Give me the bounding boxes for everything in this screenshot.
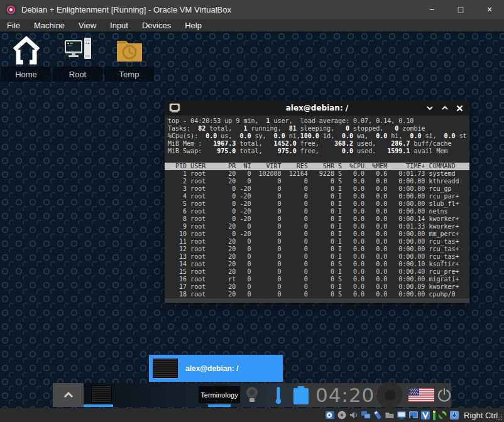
taskbar-item-terminal[interactable] xyxy=(91,386,112,403)
desktop-icon-label: Temp xyxy=(104,67,154,82)
menubar: File Machine View Input Devices Help xyxy=(0,19,504,31)
terminal-app-icon xyxy=(169,103,180,113)
window-titlebar: Debian + Enlightenment [Running] - Oracl… xyxy=(0,0,504,19)
thermometer-gadget[interactable] xyxy=(275,386,282,404)
virtualbox-logo-icon xyxy=(6,4,16,15)
menu-devices[interactable]: Devices xyxy=(135,19,178,31)
window-title: Debian + Enlightenment [Running] - Oracl… xyxy=(21,5,231,14)
taskbar-preview-popup: alex@debian: / xyxy=(149,355,283,382)
terminal-titlebar[interactable]: alex@debian: / xyxy=(165,100,469,116)
taskbar-area xyxy=(84,383,298,407)
vm-display: Home Root xyxy=(0,31,504,408)
shared-folders-icon[interactable] xyxy=(385,410,395,420)
pager-gadget[interactable] xyxy=(376,382,403,408)
terminology-tooltip: Terminology xyxy=(199,386,240,403)
terminal-title: alex@debian: / xyxy=(165,104,469,112)
menu-file[interactable]: File xyxy=(0,19,27,31)
network-icon[interactable] xyxy=(361,410,371,420)
ibar-running-indicator xyxy=(208,404,231,407)
close-terminal-icon[interactable] xyxy=(456,105,463,112)
keyboard-capture-icon[interactable] xyxy=(449,410,459,420)
terminal-content[interactable]: top - 04:20:53 up 9 min, 1 user, load av… xyxy=(165,116,469,298)
minimize-button[interactable]: − xyxy=(417,0,446,19)
pager-center xyxy=(385,390,395,401)
activity-indicator xyxy=(433,411,436,420)
power-button[interactable] xyxy=(437,387,452,403)
maximize-button[interactable]: □ xyxy=(446,0,475,19)
top-summary: top - 04:20:53 up 9 min, 1 user, load av… xyxy=(168,117,469,155)
collapse-icon[interactable] xyxy=(426,106,434,111)
menu-machine[interactable]: Machine xyxy=(27,19,72,31)
shade-icon[interactable] xyxy=(441,106,449,111)
usb-icon[interactable] xyxy=(373,410,383,420)
terminal-window: alex@debian: / top - 04:20:53 up 9 min, … xyxy=(165,100,469,303)
menu-input[interactable]: Input xyxy=(103,19,135,31)
taskbar-active-indicator xyxy=(84,404,113,407)
computer-icon xyxy=(63,36,92,64)
statusbar: Right Ctrl xyxy=(0,408,504,422)
display-icon[interactable] xyxy=(397,410,407,420)
desktop-icon-label: Home xyxy=(1,67,51,82)
desktop-icons: Home Root xyxy=(1,35,154,82)
terminal-bottom-border xyxy=(165,298,469,303)
popup-label: alex@debian: / xyxy=(185,364,238,373)
folder-clock-icon xyxy=(114,36,145,64)
host-key-label: Right Ctrl xyxy=(464,411,498,420)
desktop-icon-root[interactable]: Root xyxy=(53,35,102,82)
chevron-up-icon xyxy=(63,392,74,398)
clock-time: 04:20 xyxy=(315,383,375,407)
shelf: Terminology 04:20 AM xyxy=(53,383,451,407)
menu-help[interactable]: Help xyxy=(178,19,209,31)
lightbulb-icon[interactable] xyxy=(244,386,260,404)
top-table-header: PID USER PR NI VIRT RES SHR S %CPU %MEM … xyxy=(165,163,469,170)
desktop-icon-label: Root xyxy=(53,67,102,82)
shelf-autohide-button[interactable] xyxy=(53,383,84,407)
mouse-integration-icon[interactable] xyxy=(437,410,447,420)
clock-gadget[interactable]: 04:20 AM xyxy=(315,383,385,407)
menu-view[interactable]: View xyxy=(72,19,103,31)
terminal-thumbnail xyxy=(153,359,178,378)
desktop-icon-temp[interactable]: Temp xyxy=(104,35,154,82)
close-button[interactable]: × xyxy=(475,0,504,19)
keyboard-layout-us-flag-icon[interactable] xyxy=(408,388,434,402)
recording-icon[interactable] xyxy=(408,410,419,420)
virtualbox-window: Debian + Enlightenment [Running] - Oracl… xyxy=(0,0,504,422)
hard-disk-icon[interactable] xyxy=(325,410,335,420)
battery-gadget[interactable] xyxy=(292,386,310,405)
top-blank-line xyxy=(168,155,469,163)
audio-icon[interactable] xyxy=(349,410,359,420)
optical-disk-icon[interactable] xyxy=(337,410,347,420)
desktop-icon-home[interactable]: Home xyxy=(1,35,51,82)
top-process-rows: 1 root 20 0 102008 12164 9228 S 0.0 0.6 … xyxy=(168,170,469,298)
home-icon xyxy=(11,36,41,65)
vm-features-icon[interactable] xyxy=(420,410,430,420)
